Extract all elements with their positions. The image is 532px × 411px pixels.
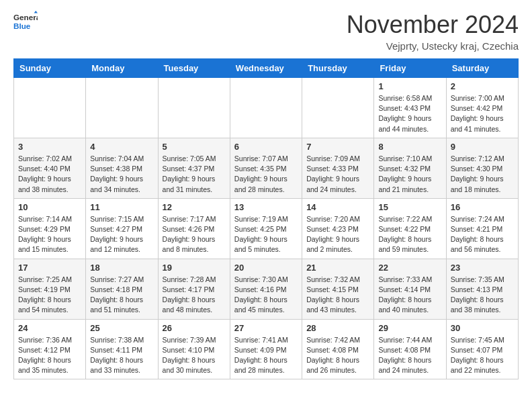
cell-2-4: 14Sunrise: 7:20 AM Sunset: 4:23 PM Dayli… xyxy=(302,198,374,259)
cell-0-6: 2Sunrise: 7:00 AM Sunset: 4:42 PM Daylig… xyxy=(446,78,518,138)
logo: General Blue xyxy=(13,11,40,35)
day-number-29: 29 xyxy=(378,323,441,333)
day-info-23: Sunrise: 7:35 AM Sunset: 4:13 PM Dayligh… xyxy=(451,275,514,316)
cell-0-5: 1Sunrise: 6:58 AM Sunset: 4:43 PM Daylig… xyxy=(374,78,446,138)
day-info-4: Sunrise: 7:04 AM Sunset: 4:38 PM Dayligh… xyxy=(90,154,153,195)
cell-4-5: 29Sunrise: 7:44 AM Sunset: 4:08 PM Dayli… xyxy=(374,319,446,379)
day-info-20: Sunrise: 7:30 AM Sunset: 4:16 PM Dayligh… xyxy=(234,275,298,316)
day-number-22: 22 xyxy=(378,263,441,273)
month-title: November 2024 xyxy=(347,11,519,39)
cell-0-2 xyxy=(158,78,230,138)
day-info-26: Sunrise: 7:39 AM Sunset: 4:10 PM Dayligh… xyxy=(163,335,226,376)
cell-1-5: 8Sunrise: 7:10 AM Sunset: 4:32 PM Daylig… xyxy=(374,138,446,198)
week-row-3: 17Sunrise: 7:25 AM Sunset: 4:19 PM Dayli… xyxy=(14,259,519,319)
logo-icon: General Blue xyxy=(13,11,38,35)
day-number-28: 28 xyxy=(306,323,369,333)
day-number-19: 19 xyxy=(163,263,226,273)
header-monday: Monday xyxy=(86,59,158,78)
day-number-6: 6 xyxy=(234,142,298,152)
day-info-5: Sunrise: 7:05 AM Sunset: 4:37 PM Dayligh… xyxy=(163,154,226,195)
cell-4-3: 27Sunrise: 7:41 AM Sunset: 4:09 PM Dayli… xyxy=(230,319,302,379)
header-friday: Friday xyxy=(374,59,446,78)
day-number-21: 21 xyxy=(306,263,369,273)
header-sunday: Sunday xyxy=(14,59,86,78)
cell-0-0 xyxy=(14,78,86,138)
day-number-2: 2 xyxy=(451,81,514,91)
cell-4-0: 24Sunrise: 7:36 AM Sunset: 4:12 PM Dayli… xyxy=(14,319,86,379)
page-header: General Blue November 2024 Vejprty, Uste… xyxy=(13,11,519,52)
cell-0-1 xyxy=(86,78,158,138)
day-info-17: Sunrise: 7:25 AM Sunset: 4:19 PM Dayligh… xyxy=(18,275,81,316)
day-number-1: 1 xyxy=(378,81,441,91)
cell-1-3: 6Sunrise: 7:07 AM Sunset: 4:35 PM Daylig… xyxy=(230,138,302,198)
svg-text:Blue: Blue xyxy=(13,21,31,30)
day-info-8: Sunrise: 7:10 AM Sunset: 4:32 PM Dayligh… xyxy=(378,154,441,195)
day-number-5: 5 xyxy=(163,142,226,152)
cell-0-3 xyxy=(230,78,302,138)
day-number-12: 12 xyxy=(163,202,226,212)
day-info-1: Sunrise: 6:58 AM Sunset: 4:43 PM Dayligh… xyxy=(378,93,441,134)
cell-2-1: 11Sunrise: 7:15 AM Sunset: 4:27 PM Dayli… xyxy=(86,198,158,259)
day-number-9: 9 xyxy=(451,142,514,152)
week-row-2: 10Sunrise: 7:14 AM Sunset: 4:29 PM Dayli… xyxy=(14,198,519,259)
calendar-header-row: Sunday Monday Tuesday Wednesday Thursday… xyxy=(14,59,519,78)
day-number-18: 18 xyxy=(90,263,153,273)
day-number-20: 20 xyxy=(234,263,298,273)
day-info-18: Sunrise: 7:27 AM Sunset: 4:18 PM Dayligh… xyxy=(90,275,153,316)
day-number-25: 25 xyxy=(90,323,153,333)
day-info-21: Sunrise: 7:32 AM Sunset: 4:15 PM Dayligh… xyxy=(306,275,369,316)
header-thursday: Thursday xyxy=(302,59,374,78)
day-info-2: Sunrise: 7:00 AM Sunset: 4:42 PM Dayligh… xyxy=(451,93,514,134)
header-wednesday: Wednesday xyxy=(230,59,302,78)
day-info-24: Sunrise: 7:36 AM Sunset: 4:12 PM Dayligh… xyxy=(18,335,81,376)
cell-2-5: 15Sunrise: 7:22 AM Sunset: 4:22 PM Dayli… xyxy=(374,198,446,259)
week-row-1: 3Sunrise: 7:02 AM Sunset: 4:40 PM Daylig… xyxy=(14,138,519,198)
day-number-30: 30 xyxy=(451,323,514,333)
header-tuesday: Tuesday xyxy=(158,59,230,78)
day-number-17: 17 xyxy=(18,263,81,273)
cell-1-6: 9Sunrise: 7:12 AM Sunset: 4:30 PM Daylig… xyxy=(446,138,518,198)
day-number-14: 14 xyxy=(306,202,369,212)
cell-4-4: 28Sunrise: 7:42 AM Sunset: 4:08 PM Dayli… xyxy=(302,319,374,379)
day-number-7: 7 xyxy=(306,142,369,152)
cell-1-4: 7Sunrise: 7:09 AM Sunset: 4:33 PM Daylig… xyxy=(302,138,374,198)
cell-4-1: 25Sunrise: 7:38 AM Sunset: 4:11 PM Dayli… xyxy=(86,319,158,379)
week-row-0: 1Sunrise: 6:58 AM Sunset: 4:43 PM Daylig… xyxy=(14,78,519,138)
day-info-12: Sunrise: 7:17 AM Sunset: 4:26 PM Dayligh… xyxy=(163,214,226,255)
cell-3-0: 17Sunrise: 7:25 AM Sunset: 4:19 PM Dayli… xyxy=(14,259,86,319)
svg-marker-2 xyxy=(34,11,38,13)
day-info-27: Sunrise: 7:41 AM Sunset: 4:09 PM Dayligh… xyxy=(234,335,298,376)
day-number-23: 23 xyxy=(451,263,514,273)
day-number-11: 11 xyxy=(90,202,153,212)
day-info-19: Sunrise: 7:28 AM Sunset: 4:17 PM Dayligh… xyxy=(163,275,226,316)
day-info-25: Sunrise: 7:38 AM Sunset: 4:11 PM Dayligh… xyxy=(90,335,153,376)
location: Vejprty, Ustecky kraj, Czechia xyxy=(347,40,519,52)
cell-3-5: 22Sunrise: 7:33 AM Sunset: 4:14 PM Dayli… xyxy=(374,259,446,319)
day-info-10: Sunrise: 7:14 AM Sunset: 4:29 PM Dayligh… xyxy=(18,214,81,255)
cell-3-4: 21Sunrise: 7:32 AM Sunset: 4:15 PM Dayli… xyxy=(302,259,374,319)
day-number-10: 10 xyxy=(18,202,81,212)
header-saturday: Saturday xyxy=(446,59,518,78)
day-info-3: Sunrise: 7:02 AM Sunset: 4:40 PM Dayligh… xyxy=(18,154,81,195)
cell-0-4 xyxy=(302,78,374,138)
cell-2-0: 10Sunrise: 7:14 AM Sunset: 4:29 PM Dayli… xyxy=(14,198,86,259)
day-info-6: Sunrise: 7:07 AM Sunset: 4:35 PM Dayligh… xyxy=(234,154,298,195)
cell-3-6: 23Sunrise: 7:35 AM Sunset: 4:13 PM Dayli… xyxy=(446,259,518,319)
cell-1-1: 4Sunrise: 7:04 AM Sunset: 4:38 PM Daylig… xyxy=(86,138,158,198)
day-info-13: Sunrise: 7:19 AM Sunset: 4:25 PM Dayligh… xyxy=(234,214,298,255)
day-number-16: 16 xyxy=(451,202,514,212)
day-info-7: Sunrise: 7:09 AM Sunset: 4:33 PM Dayligh… xyxy=(306,154,369,195)
cell-1-2: 5Sunrise: 7:05 AM Sunset: 4:37 PM Daylig… xyxy=(158,138,230,198)
cell-3-3: 20Sunrise: 7:30 AM Sunset: 4:16 PM Dayli… xyxy=(230,259,302,319)
day-number-4: 4 xyxy=(90,142,153,152)
cell-4-6: 30Sunrise: 7:45 AM Sunset: 4:07 PM Dayli… xyxy=(446,319,518,379)
day-info-15: Sunrise: 7:22 AM Sunset: 4:22 PM Dayligh… xyxy=(378,214,441,255)
cell-2-2: 12Sunrise: 7:17 AM Sunset: 4:26 PM Dayli… xyxy=(158,198,230,259)
day-number-13: 13 xyxy=(234,202,298,212)
cell-4-2: 26Sunrise: 7:39 AM Sunset: 4:10 PM Dayli… xyxy=(158,319,230,379)
title-block: November 2024 Vejprty, Ustecky kraj, Cze… xyxy=(347,11,519,52)
cell-3-1: 18Sunrise: 7:27 AM Sunset: 4:18 PM Dayli… xyxy=(86,259,158,319)
day-info-16: Sunrise: 7:24 AM Sunset: 4:21 PM Dayligh… xyxy=(451,214,514,255)
day-info-30: Sunrise: 7:45 AM Sunset: 4:07 PM Dayligh… xyxy=(451,335,514,376)
day-info-14: Sunrise: 7:20 AM Sunset: 4:23 PM Dayligh… xyxy=(306,214,369,255)
